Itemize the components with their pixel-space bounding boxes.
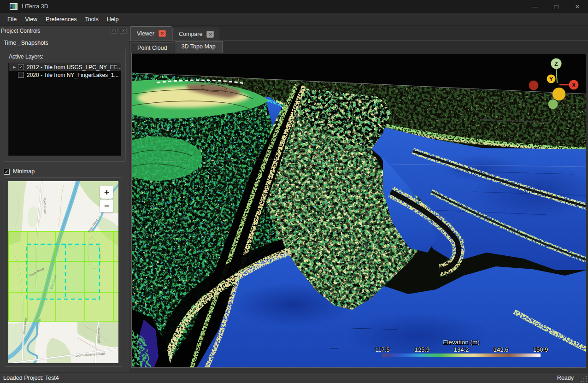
topo-3d-viewport[interactable]: Z Y X Elevation (m) 117.5 125.9 134.2: [131, 53, 586, 368]
zoom-in-button[interactable]: +: [100, 186, 113, 199]
app-icon: [10, 3, 18, 10]
status-ready: Ready: [557, 375, 574, 381]
axis-x-label: X: [572, 82, 576, 88]
menu-view[interactable]: View: [21, 14, 41, 25]
statusbar: Loaded Project: Test4 Ready: [0, 372, 588, 383]
axis-y-label: Y: [549, 76, 553, 82]
zoom-out-button[interactable]: −: [100, 200, 113, 212]
tab-label: Viewer: [137, 30, 154, 37]
document-tab-bar: Viewer ✕ Compare ✕: [129, 26, 588, 41]
app-window: LiTerra 3D — □ ✕ File View Preferences T…: [0, 0, 588, 383]
legend-tick: 117.5: [375, 346, 390, 353]
tab-compare[interactable]: Compare ✕: [172, 28, 219, 41]
panel-header: Project Controls ▢ ✕: [0, 26, 129, 35]
axis-negy-icon[interactable]: [553, 88, 565, 100]
minimap[interactable]: Foote Road River Road Foote Road Gansz R…: [8, 181, 118, 363]
tab-label: Compare: [179, 31, 202, 37]
minimap-frame: Foote Road River Road Foote Road Gansz R…: [5, 177, 122, 367]
float-panel-icon[interactable]: ▢: [111, 28, 118, 34]
legend-tick: 142.6: [494, 346, 509, 353]
close-panel-icon[interactable]: ✕: [120, 28, 127, 34]
menubar: File View Preferences Tools Help: [0, 13, 588, 26]
tab-3d-topo-map[interactable]: 3D Topo Map: [175, 41, 223, 53]
layer-row[interactable]: · 2020 - Tile from NY_FingerLakes_1...: [9, 71, 121, 79]
menu-preferences[interactable]: Preferences: [41, 14, 81, 25]
legend-tick: 150.9: [533, 346, 548, 353]
legend-tick: 134.2: [454, 346, 469, 353]
axis-z-label: Z: [554, 61, 558, 67]
layer-checkbox-checked[interactable]: ✓: [18, 64, 24, 70]
menu-file[interactable]: File: [3, 14, 21, 25]
titlebar: LiTerra 3D — □ ✕: [0, 0, 588, 13]
minimap-toggle: ✓ Minimap: [4, 168, 129, 175]
panel-title: Project Controls: [1, 28, 40, 34]
expand-arrow-icon[interactable]: ▶: [11, 65, 18, 69]
minimap-label: Minimap: [13, 168, 35, 175]
tab-viewer[interactable]: Viewer ✕: [130, 26, 171, 41]
axis-negz-icon[interactable]: [548, 100, 558, 109]
layer-label: 2012 - Tile from USGS_LPC_NY_FE...: [27, 64, 121, 71]
active-layers-group: Active Layers: ▶ ✓ 2012 - Tile from USGS…: [4, 49, 126, 162]
axis-negx-icon[interactable]: [529, 81, 539, 90]
legend-title: Elevation (m): [443, 339, 480, 346]
legend-colorbar: [382, 354, 541, 357]
menu-tools[interactable]: Tools: [81, 14, 102, 25]
layer-checkbox-unchecked[interactable]: ·: [18, 72, 24, 78]
close-icon[interactable]: ✕: [567, 0, 588, 13]
layer-label: 2020 - Tile from NY_FingerLakes_1...: [27, 72, 118, 78]
view-tab-bar: Point Cloud 3D Topo Map: [129, 41, 588, 53]
minimize-icon[interactable]: —: [524, 0, 546, 13]
close-tab-icon[interactable]: ✕: [206, 31, 214, 38]
menu-help[interactable]: Help: [103, 14, 123, 25]
layer-row[interactable]: ▶ ✓ 2012 - Tile from USGS_LPC_NY_FE...: [9, 63, 121, 71]
close-tab-icon[interactable]: ✕: [159, 30, 166, 37]
maximize-icon[interactable]: □: [546, 0, 567, 13]
layer-list[interactable]: ▶ ✓ 2012 - Tile from USGS_LPC_NY_FE... ·…: [8, 63, 121, 156]
resize-grip[interactable]: [581, 376, 587, 382]
project-controls-panel: Project Controls ▢ ✕ Time _Snapshots Act…: [0, 26, 129, 372]
section-title: Time _Snapshots: [4, 40, 129, 46]
legend-tick: 125.9: [415, 346, 430, 353]
minimap-checkbox[interactable]: ✓: [4, 169, 10, 175]
active-layers-label: Active Layers:: [9, 53, 121, 60]
window-title: LiTerra 3D: [22, 3, 48, 10]
window-controls: — □ ✕: [524, 0, 588, 13]
status-loaded-project: Loaded Project: Test4: [3, 375, 59, 381]
tab-point-cloud[interactable]: Point Cloud: [130, 42, 174, 53]
minimap-zoom-controls: + −: [100, 186, 113, 212]
terrain-render: Z Y X Elevation (m) 117.5 125.9 134.2: [132, 53, 586, 368]
main-area: Viewer ✕ Compare ✕ Point Cloud 3D Topo M…: [129, 26, 588, 372]
